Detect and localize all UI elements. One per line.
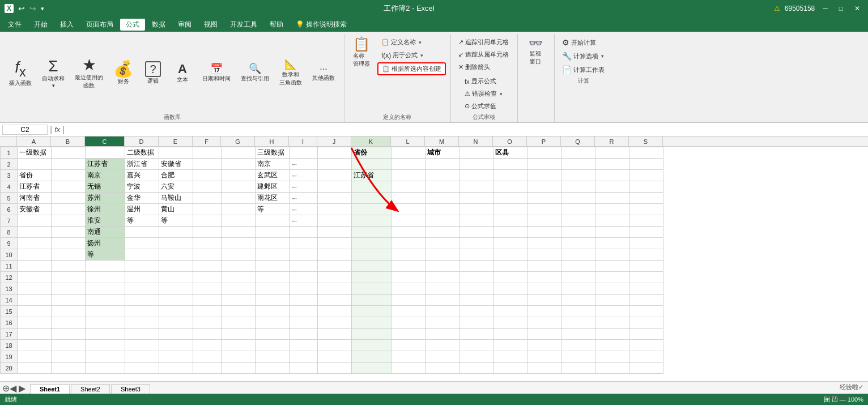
cell-E12[interactable] [159, 272, 193, 283]
cell-D13[interactable] [125, 283, 159, 295]
cell-S19[interactable] [629, 351, 663, 363]
cell-L4[interactable] [392, 181, 426, 193]
cell-C14[interactable] [86, 295, 125, 306]
cell-M19[interactable] [426, 351, 459, 363]
cell-C15[interactable] [86, 306, 125, 317]
cell-D15[interactable] [125, 306, 159, 317]
cell-L6[interactable] [392, 204, 426, 215]
cell-B4[interactable] [52, 181, 86, 193]
cell-M2[interactable] [426, 159, 459, 170]
cell-M17[interactable] [426, 329, 459, 340]
cell-E19[interactable] [159, 351, 193, 363]
cell-O4[interactable] [493, 181, 527, 193]
cell-Q4[interactable] [561, 181, 595, 193]
cell-B9[interactable] [52, 238, 86, 249]
cell-R8[interactable] [595, 227, 629, 238]
cell-Q1[interactable] [561, 147, 595, 159]
cell-K13[interactable] [352, 283, 392, 295]
cell-I1[interactable] [290, 147, 318, 159]
cell-P15[interactable] [527, 306, 561, 317]
cell-M16[interactable] [426, 317, 459, 329]
cell-E14[interactable] [159, 295, 193, 306]
menu-view[interactable]: 视图 [198, 19, 223, 31]
cell-E7[interactable]: 等 [159, 215, 193, 227]
cell-C17[interactable] [86, 329, 125, 340]
cell-R19[interactable] [595, 351, 629, 363]
cell-H3[interactable]: 玄武区 [256, 170, 290, 181]
cell-M15[interactable] [426, 306, 459, 317]
cell-E8[interactable] [159, 227, 193, 238]
cell-G16[interactable] [222, 317, 256, 329]
cell-O13[interactable] [493, 283, 527, 295]
cell-B19[interactable] [52, 351, 86, 363]
cell-P10[interactable] [527, 249, 561, 261]
cell-D16[interactable] [125, 317, 159, 329]
cell-N6[interactable] [459, 204, 493, 215]
cell-K15[interactable] [352, 306, 392, 317]
cell-I12[interactable] [290, 272, 318, 283]
cell-K10[interactable] [352, 249, 392, 261]
cell-O18[interactable] [493, 340, 527, 351]
cell-J20[interactable] [318, 363, 352, 374]
cell-O16[interactable] [493, 317, 527, 329]
undo-icon[interactable]: ↩ [18, 4, 25, 13]
cell-F14[interactable] [193, 295, 222, 306]
cell-J16[interactable] [318, 317, 352, 329]
cell-N9[interactable] [459, 238, 493, 249]
menu-review[interactable]: 审阅 [172, 19, 197, 31]
cell-I18[interactable] [290, 340, 318, 351]
cell-F11[interactable] [193, 261, 222, 272]
cell-C13[interactable] [86, 283, 125, 295]
cell-Q8[interactable] [561, 227, 595, 238]
col-header-E[interactable]: E [159, 137, 193, 146]
cell-L12[interactable] [392, 272, 426, 283]
cell-H11[interactable] [256, 261, 290, 272]
cell-D2[interactable]: 浙江省 [125, 159, 159, 170]
cell-P1[interactable] [527, 147, 561, 159]
cell-Q20[interactable] [561, 363, 595, 374]
sheet-tab-1[interactable]: Sheet1 [30, 384, 70, 394]
cell-H9[interactable] [256, 238, 290, 249]
cell-M11[interactable] [426, 261, 459, 272]
cell-G6[interactable] [222, 204, 256, 215]
cell-Q13[interactable] [561, 283, 595, 295]
cell-S16[interactable] [629, 317, 663, 329]
cell-Q18[interactable] [561, 340, 595, 351]
cell-C19[interactable] [86, 351, 125, 363]
cell-Q9[interactable] [561, 238, 595, 249]
cell-M5[interactable] [426, 193, 459, 204]
cell-K1[interactable]: 省份 [352, 147, 392, 159]
cell-N11[interactable] [459, 261, 493, 272]
cell-A19[interactable] [18, 351, 52, 363]
cell-C20[interactable] [86, 363, 125, 374]
cell-N13[interactable] [459, 283, 493, 295]
error-check-btn[interactable]: ⚠ 错误检查 ▾ [461, 88, 507, 100]
cell-O20[interactable] [493, 363, 527, 374]
cell-A15[interactable] [18, 306, 52, 317]
cell-S1[interactable] [629, 147, 663, 159]
cell-G14[interactable] [222, 295, 256, 306]
cell-J13[interactable] [318, 283, 352, 295]
cell-O3[interactable] [493, 170, 527, 181]
cell-B14[interactable] [52, 295, 86, 306]
cell-F2[interactable] [193, 159, 222, 170]
cell-K11[interactable] [352, 261, 392, 272]
watch-window-btn[interactable]: 👓 监视窗口 [521, 34, 550, 68]
cell-K3[interactable]: 江苏省 [352, 170, 392, 181]
col-header-P[interactable]: P [527, 137, 561, 146]
calculate-now-btn[interactable]: ⚙ 开始计算 [558, 36, 609, 49]
cell-R16[interactable] [595, 317, 629, 329]
cell-G2[interactable] [222, 159, 256, 170]
create-from-selection-btn[interactable]: 📋 根据所选内容创建 [377, 62, 446, 75]
cell-S17[interactable] [629, 329, 663, 340]
cell-I13[interactable] [290, 283, 318, 295]
add-sheet-btn[interactable]: ⊕ [2, 383, 10, 394]
sheet-tab-2[interactable]: Sheet2 [71, 384, 110, 394]
cell-H12[interactable] [256, 272, 290, 283]
cell-I15[interactable] [290, 306, 318, 317]
cell-S2[interactable] [629, 159, 663, 170]
cell-N5[interactable] [459, 193, 493, 204]
use-in-formula-btn[interactable]: f(x) 用于公式 ▾ [377, 49, 446, 61]
cell-A7[interactable] [18, 215, 52, 227]
cell-B12[interactable] [52, 272, 86, 283]
